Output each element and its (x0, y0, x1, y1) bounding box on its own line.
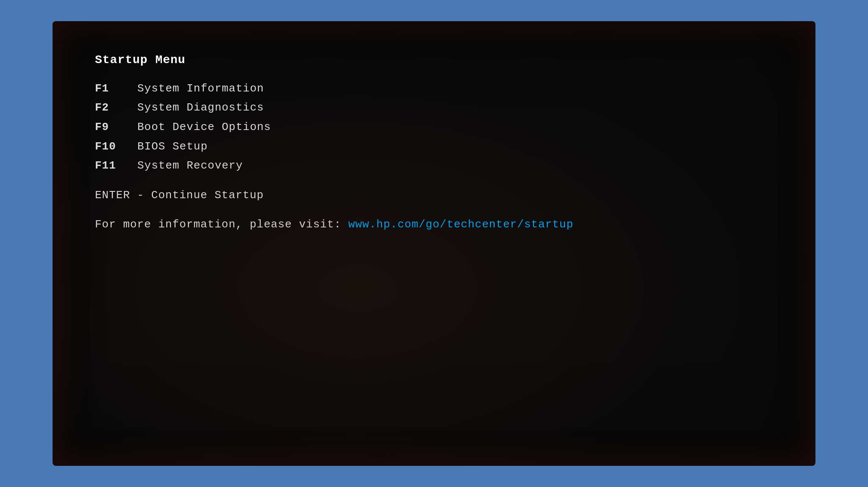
label-system-information: System Information (137, 80, 264, 98)
monitor-screen: Startup Menu F1 System Information F2 Sy… (53, 21, 815, 466)
menu-item-f11[interactable]: F11 System Recovery (95, 157, 573, 175)
label-boot-device-options: Boot Device Options (137, 119, 271, 136)
label-system-diagnostics: System Diagnostics (137, 99, 264, 117)
key-f2: F2 (95, 99, 137, 117)
menu-item-f2[interactable]: F2 System Diagnostics (95, 99, 573, 117)
key-f11: F11 (95, 157, 137, 175)
menu-item-f10[interactable]: F10 BIOS Setup (95, 138, 573, 156)
enter-continue[interactable]: ENTER - Continue Startup (95, 187, 573, 205)
info-url[interactable]: www.hp.com/go/techcenter/startup (348, 218, 573, 231)
info-line: For more information, please visit: www.… (95, 216, 573, 234)
menu-list: F1 System Information F2 System Diagnost… (95, 80, 573, 175)
menu-item-f1[interactable]: F1 System Information (95, 80, 573, 98)
key-f9: F9 (95, 119, 137, 136)
menu-item-f9[interactable]: F9 Boot Device Options (95, 119, 573, 136)
key-f10: F10 (95, 138, 137, 156)
key-f1: F1 (95, 80, 137, 98)
startup-menu-title: Startup Menu (95, 51, 573, 70)
screen-content: Startup Menu F1 System Information F2 Sy… (95, 51, 573, 234)
info-prefix: For more information, please visit: (95, 218, 341, 231)
label-bios-setup: BIOS Setup (137, 138, 208, 156)
label-system-recovery: System Recovery (137, 157, 243, 175)
